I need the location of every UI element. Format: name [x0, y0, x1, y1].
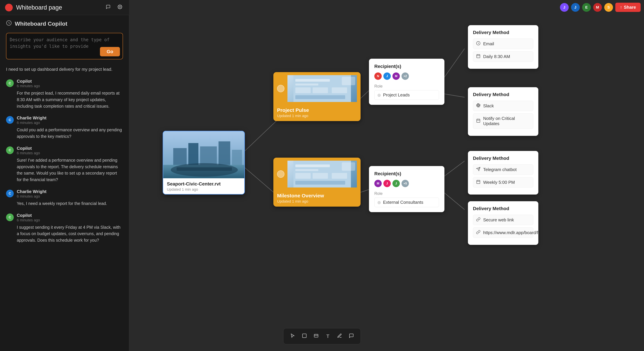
- pen-tool-button[interactable]: [334, 331, 345, 342]
- svg-point-0: [120, 6, 120, 8]
- recipient-avatar-plus2: +2: [402, 72, 409, 80]
- pen-icon: [337, 333, 342, 340]
- svg-rect-31: [332, 173, 347, 178]
- delivery-label-slack: Slack: [483, 103, 494, 108]
- svg-rect-32: [295, 181, 345, 185]
- chat-entry-3: C Charlie Wright 6 minutes ago Yes, I ne…: [6, 189, 123, 207]
- comment-button[interactable]: [104, 3, 112, 12]
- delivery-item-url: https://www.mdlr.app/board/f: [473, 228, 533, 238]
- chat-sender-1: Charlie Wright: [17, 116, 46, 120]
- delivery-item-daily: Daily 8:30 AM: [473, 51, 533, 62]
- delivery-card-2[interactable]: Delivery Method Slack Notify on Critical…: [468, 87, 538, 136]
- source-file-preview: [163, 131, 244, 178]
- shape-tool-button[interactable]: [299, 331, 310, 342]
- delivery-label-telegram: Telegram chatbot: [483, 167, 516, 172]
- delivery-item-notify: Notify on Critical Updates: [473, 113, 533, 129]
- dash-card-footer-1: Project Pulse Updated 1 min ago: [273, 105, 360, 121]
- chat-entry-0: C Copilot 6 minutes ago For the project …: [6, 79, 123, 109]
- recipients-title-2: Recipient(s): [374, 171, 439, 176]
- card-tool-button[interactable]: [311, 331, 321, 342]
- text-icon: T: [326, 334, 330, 339]
- svg-rect-16: [232, 150, 242, 165]
- delivery-card-4[interactable]: Delivery Method Secure web link https://…: [468, 201, 538, 245]
- svg-rect-12: [173, 148, 187, 165]
- project-pulse-card[interactable]: Project Pulse Updated 1 min ago: [273, 72, 360, 121]
- svg-rect-27: [295, 164, 330, 167]
- delivery-title-1: Delivery Method: [473, 30, 533, 35]
- role-icon-1: ◎: [378, 93, 381, 97]
- svg-rect-34: [477, 54, 480, 58]
- share-button[interactable]: ↑ Share: [615, 3, 641, 12]
- project-pulse-title: Project Pulse: [277, 107, 357, 113]
- chat-user-row-2: C Copilot 6 minutes ago: [6, 146, 123, 155]
- chat-meta-4: Copilot 6 minutes ago: [17, 213, 40, 222]
- delivery-card-3[interactable]: Delivery Method Telegram chatbot Weekly …: [468, 151, 538, 194]
- app-logo: [5, 4, 13, 12]
- svg-rect-22: [295, 87, 310, 93]
- milestone-overview-title: Milestone Overview: [277, 193, 357, 198]
- avatars-row-2: M J J +5: [374, 180, 439, 187]
- chat-avatar-2: C: [6, 146, 14, 154]
- dash-card-header-2: [273, 158, 360, 190]
- recipients-card-1[interactable]: Recipient(s) N J M +2 Role ◎ Project Lea…: [369, 59, 444, 105]
- avatar-j1[interactable]: J: [560, 3, 569, 12]
- avatar-s[interactable]: S: [604, 3, 613, 12]
- calendar-icon-3: [476, 180, 480, 185]
- canvas-area[interactable]: Seaport-Civic-Center.rvt Updated 1 min a…: [129, 0, 644, 351]
- slack-icon: [476, 103, 480, 108]
- milestone-overview-updated: Updated 1 min ago: [277, 199, 357, 204]
- chat-avatar-4: C: [6, 214, 14, 221]
- delivery-label-notify: Notify on Critical Updates: [483, 116, 530, 126]
- recipient-avatar-j1: J: [384, 72, 391, 80]
- settings-button[interactable]: [116, 3, 124, 12]
- recipient-avatar-n: N: [374, 72, 382, 80]
- recipient-avatar-j2b: J: [392, 180, 400, 187]
- chat-avatar-1: C: [6, 116, 14, 124]
- svg-rect-25: [295, 95, 345, 99]
- link-icon-2: [476, 230, 480, 235]
- chat-entry-4: C Copilot 6 minutes ago I suggest sendin…: [6, 213, 123, 244]
- recipients-card-2[interactable]: Recipient(s) M J J +5 Role ◎ External Co…: [369, 166, 444, 212]
- chat-time-4: 6 minutes ago: [17, 218, 40, 222]
- role-badge-2: ◎ External Consultants: [374, 198, 439, 207]
- delivery-item-slack: Slack: [473, 100, 533, 111]
- svg-rect-30: [312, 173, 328, 178]
- svg-rect-23: [312, 87, 328, 93]
- comment-icon: [106, 4, 110, 10]
- svg-rect-28: [295, 169, 318, 171]
- role-badge-1: ◎ Project Leads: [374, 90, 439, 100]
- chat-sender-3: Charlie Wright: [17, 189, 46, 194]
- delivery-card-1[interactable]: Delivery Method Email Daily 8:30 AM: [468, 25, 538, 69]
- sidebar-header: Whiteboard Copilot: [6, 20, 123, 27]
- comment-tool-button[interactable]: [346, 331, 356, 342]
- recipient-avatar-m2: M: [374, 180, 382, 187]
- chat-sender-4: Copilot: [17, 213, 40, 218]
- chat-sender-2: Copilot: [17, 146, 40, 151]
- context-message: I need to set up dashboard delivery for …: [6, 66, 123, 72]
- chat-sender-0: Copilot: [17, 79, 40, 84]
- source-node-footer: Seaport-Civic-Center.rvt Updated 1 min a…: [163, 178, 244, 194]
- recipient-avatar-j2a: J: [384, 180, 391, 187]
- chat-entry-1: C Charlie Wright 6 minutes ago Could you…: [6, 116, 123, 140]
- chat-user-row-4: C Copilot 6 minutes ago: [6, 213, 123, 222]
- svg-rect-42: [477, 180, 480, 184]
- top-right-bar: J J E M S ↑ Share: [560, 3, 641, 12]
- svg-rect-20: [295, 79, 330, 82]
- go-button[interactable]: Go: [100, 47, 120, 56]
- avatar-m[interactable]: M: [593, 3, 602, 12]
- avatar-j2[interactable]: J: [571, 3, 580, 12]
- copilot-title: Whiteboard Copilot: [15, 20, 68, 27]
- role-name-1: Project Leads: [383, 92, 410, 98]
- chat-text-1: Could you add a performance overview and…: [6, 126, 123, 140]
- text-tool-button[interactable]: T: [323, 331, 333, 342]
- delivery-title-3: Delivery Method: [473, 156, 533, 161]
- milestone-overview-card[interactable]: Milestone Overview Updated 1 min ago: [273, 158, 360, 206]
- telegram-icon: [476, 167, 480, 172]
- avatars-row-1: N J M +2: [374, 72, 439, 80]
- source-file-node[interactable]: Seaport-Civic-Center.rvt Updated 1 min a…: [163, 131, 245, 194]
- dash-card-header-1: [273, 72, 360, 105]
- avatar-e[interactable]: E: [582, 3, 591, 12]
- svg-rect-46: [302, 334, 306, 338]
- select-tool-button[interactable]: [288, 331, 298, 342]
- square-icon: [302, 333, 307, 340]
